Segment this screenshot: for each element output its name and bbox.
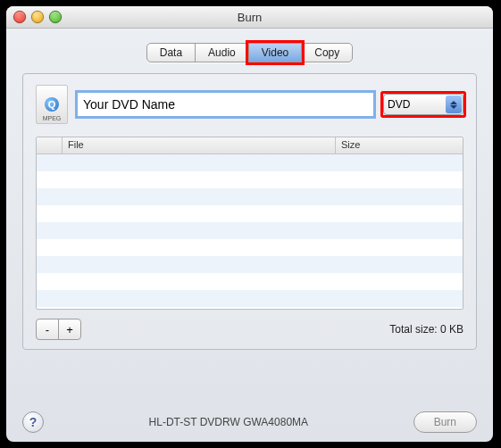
disc-type-select-wrap: DVD <box>383 94 463 115</box>
table-row <box>37 222 463 239</box>
table-row <box>37 290 463 307</box>
tab-copy[interactable]: Copy <box>301 43 353 62</box>
content-area: Data Audio Video Copy Q MPEG DVD <box>6 29 493 361</box>
tab-audio[interactable]: Audio <box>195 43 249 62</box>
close-icon[interactable] <box>13 11 26 23</box>
add-remove-group: - + <box>36 319 81 340</box>
zoom-icon[interactable] <box>49 11 62 23</box>
add-button[interactable]: + <box>58 319 81 340</box>
mpeg-label: MPEG <box>43 115 62 121</box>
help-button[interactable]: ? <box>22 411 44 433</box>
table-row <box>37 188 463 205</box>
table-header: File Size <box>37 137 463 154</box>
table-row <box>37 239 463 256</box>
window-controls <box>13 11 62 23</box>
table-row <box>37 154 463 171</box>
total-size-label: Total size: 0 KB <box>389 323 463 336</box>
mpeg-file-icon: Q MPEG <box>36 85 68 124</box>
footer-bar: ? HL-DT-ST DVDRW GWA4080MA Burn <box>22 411 477 433</box>
remove-button[interactable]: - <box>36 319 59 340</box>
table-body[interactable] <box>37 154 463 310</box>
table-row <box>37 171 463 188</box>
disc-type-select[interactable]: DVD <box>383 94 463 115</box>
mode-tabs: Data Audio Video Copy <box>22 43 477 62</box>
column-file[interactable]: File <box>63 137 336 153</box>
quicktime-icon: Q <box>45 97 59 112</box>
file-table: File Size <box>36 137 463 310</box>
disc-name-input[interactable] <box>77 92 374 117</box>
table-footer-row: - + Total size: 0 KB <box>36 319 463 340</box>
table-row <box>37 256 463 273</box>
disc-row: Q MPEG DVD <box>36 85 463 124</box>
window-title: Burn <box>6 11 493 24</box>
tab-data[interactable]: Data <box>146 43 196 62</box>
tab-video[interactable]: Video <box>248 43 302 62</box>
app-window: Burn Data Audio Video Copy Q MPEG DV <box>6 6 493 442</box>
drive-label: HL-DT-ST DVDRW GWA4080MA <box>44 416 413 428</box>
column-size[interactable]: Size <box>336 137 463 153</box>
titlebar: Burn <box>6 6 493 29</box>
column-handle[interactable] <box>37 137 63 153</box>
table-row <box>37 205 463 222</box>
minimize-icon[interactable] <box>31 11 44 23</box>
table-row <box>37 273 463 290</box>
main-panel: Q MPEG DVD File Size <box>22 73 477 350</box>
burn-button[interactable]: Burn <box>413 411 477 433</box>
